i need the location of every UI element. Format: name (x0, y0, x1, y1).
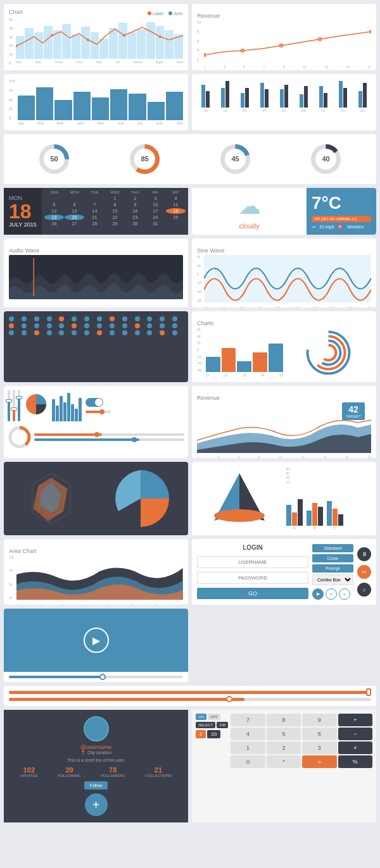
calc-star[interactable]: * (267, 755, 301, 768)
area-y-axis: 100755025 (9, 555, 15, 600)
username-input[interactable] (197, 556, 308, 568)
dot (72, 316, 77, 321)
back-button[interactable]: ↩ (357, 565, 371, 579)
bar-chart-2: 1007550250 JANFEBMARAPRMAYJUNJULAUGSEP (4, 74, 188, 130)
area-chart-card: Area Chart 100755025 13579111315 (4, 539, 188, 605)
stat-collections: 21 COLLECTIONS (145, 766, 172, 778)
weather-left-panel: ☁ cloudy (192, 188, 307, 235)
widget-controls: Standard Close Prompt Combo Box ▶ « » (312, 544, 353, 600)
bar2-x-axis: JANFEBMARAPRMAYJUNJULAUGSEP (18, 121, 183, 125)
calc-1[interactable]: 1 (231, 741, 265, 754)
calc-2[interactable]: 2 (267, 741, 301, 754)
profile-bio: This is a short bio of the user. (10, 758, 182, 762)
spider-pie-card (4, 462, 188, 535)
calc-4[interactable]: 4 (231, 728, 265, 740)
calc-button-grid: 7 8 9 + 4 5 6 − 1 2 3 × 0 * = % (231, 714, 372, 768)
vslider-2[interactable] (13, 390, 15, 421)
close-button[interactable]: Close (312, 554, 353, 562)
calc-7[interactable]: 7 (231, 714, 265, 726)
on-button[interactable]: ON (196, 714, 206, 720)
audio-controls: ⏸ ↩ ♪ (357, 544, 371, 600)
wind-speed: 10 mph (319, 225, 334, 230)
standard-button[interactable]: Standard (312, 544, 353, 552)
calc-0[interactable]: 0 (231, 755, 265, 768)
horizontal-slider[interactable] (86, 411, 111, 413)
line-overlay (16, 18, 183, 59)
dot (22, 330, 27, 335)
svg-text:45: 45 (231, 155, 239, 163)
pie-svg (109, 467, 172, 530)
calc-3[interactable]: 3 (302, 741, 336, 754)
rev-y-axis: 108642 (197, 20, 203, 61)
slider-2[interactable] (34, 438, 184, 441)
radar-svg (20, 467, 83, 530)
follow-button[interactable]: Follow (84, 781, 107, 790)
weather-tip: TIP GET AN UMBRELLA (312, 216, 371, 222)
select-button[interactable]: SELECT (196, 722, 215, 728)
sine-wave-title: Sine Wave (197, 247, 224, 254)
slider-1[interactable] (34, 433, 184, 436)
dot (34, 330, 39, 335)
login-submit-button[interactable]: GO (197, 588, 308, 599)
calc-percent[interactable]: % (338, 755, 372, 768)
dot-matrix-grid (9, 316, 183, 335)
legend-john: John (168, 11, 183, 16)
grouped-bar-chart: US UK RU PT (192, 74, 376, 130)
weather-temperature: 7°C (312, 193, 371, 213)
toggle-slider-group (86, 398, 111, 413)
calc-5[interactable]: 5 (267, 728, 301, 740)
pie-chart (98, 467, 184, 530)
vslider-3[interactable] (18, 390, 20, 421)
music-button[interactable]: ♪ (357, 583, 371, 597)
calc-multiply[interactable]: × (338, 741, 372, 754)
slider-row-1 (9, 691, 371, 694)
calc-minus[interactable]: − (338, 728, 372, 740)
add-button[interactable]: + (85, 793, 108, 816)
combo-box[interactable]: Combo Box (312, 574, 353, 585)
dot (9, 330, 14, 335)
svg-text:50: 50 (50, 155, 58, 163)
play-icon[interactable]: ▶ (84, 628, 109, 653)
rewind-button[interactable]: « (326, 588, 337, 600)
calc-9[interactable]: 9 (302, 714, 336, 726)
charts2-title: Charts (197, 320, 214, 326)
slider-group (34, 433, 184, 441)
password-input[interactable] (197, 572, 308, 584)
calc-select-group: SELECT 200 (196, 722, 228, 728)
svg-point-3 (122, 34, 125, 37)
calc-8[interactable]: 8 (267, 714, 301, 726)
prompt-button[interactable]: Prompt (312, 564, 353, 573)
play-button[interactable]: ▶ (312, 588, 324, 600)
calc-plus[interactable]: + (338, 714, 372, 726)
progress-track[interactable] (9, 676, 183, 678)
toggle-switch[interactable] (86, 398, 103, 407)
sine-y-axis: 40200-20-40-60 (197, 255, 203, 302)
updates-label: UPDATES (20, 774, 38, 778)
donut-40: 40 (308, 142, 343, 177)
vslider-1[interactable] (8, 390, 10, 421)
dot (34, 323, 39, 328)
audio-wave-display (9, 255, 183, 299)
select-value: 200 (217, 722, 228, 728)
dot (135, 330, 140, 335)
rev-x-axis: 1357911131517 (204, 65, 371, 69)
off-button[interactable]: OFF (208, 714, 220, 720)
weather-widget: ☁ cloudy 7°C TIP GET AN UMBRELLA ⇒ 10 mp… (192, 188, 376, 235)
grey-slider[interactable] (9, 698, 371, 701)
rev-area-x-axis: 24681012141618 (197, 456, 371, 458)
orange-slider[interactable] (9, 691, 371, 694)
dot (110, 330, 115, 335)
calc-6[interactable]: 6 (302, 728, 336, 740)
audio-wave-title: Audio Wave (9, 247, 39, 254)
chart-title: Chart (9, 9, 23, 15)
dot (9, 316, 14, 321)
calendar-grid-area: SUNMONTUEWEDTHUFRISAT 1 2 3 4 5 6 7 8 9 … (42, 188, 188, 235)
calc-equals[interactable]: = (302, 755, 336, 768)
dot (47, 323, 52, 328)
dot (172, 323, 177, 328)
donut-45: 45 (218, 142, 253, 177)
dot (34, 316, 39, 321)
fast-forward-button[interactable]: » (339, 588, 350, 600)
x-axis: OneTwoThreeFourFiveSixSevenEightNine (16, 60, 183, 64)
pause-button[interactable]: ⏸ (357, 547, 371, 561)
